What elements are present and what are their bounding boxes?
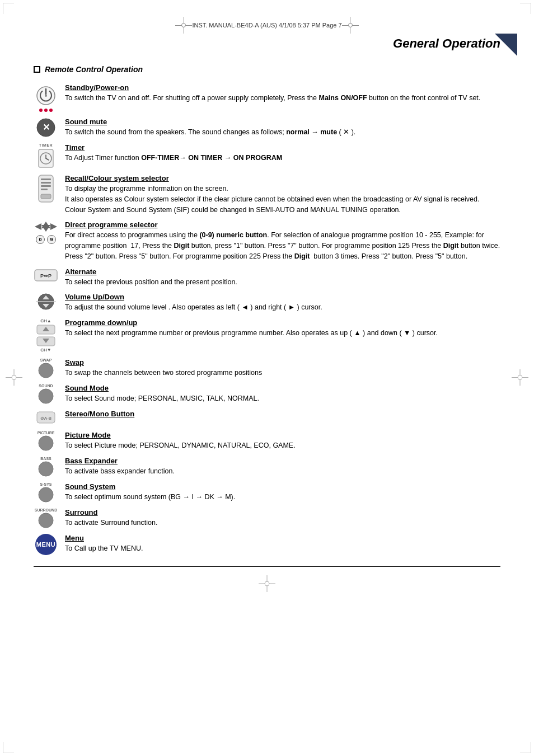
section-title-text: Remote Control Operation [45,65,143,74]
bass-text: Bass Expander To activate bass expander … [65,456,500,477]
svg-text:P⇔P: P⇔P [40,273,51,279]
print-info-text: INST. MANUAL-BE4D-A (AUS) 4/1/08 5:37 PM… [192,22,341,29]
digit-buttons: 0 9 [36,235,56,244]
stereo-mono-text: Stereo/Mono Button [65,408,500,419]
menu-icon: MENU [35,534,57,555]
sound-system-icon-wrap: S-SYS [34,481,58,503]
crosshair-left-icon [6,369,22,386]
list-item: SOUND Sound Mode To select Sound mode; P… [34,383,500,404]
timer-icon-wrap: TIMER [34,142,58,168]
header-crosshair-left [175,17,192,34]
direct-title: Direct programme selector [65,220,500,229]
surround-icon-wrap: SURROUND [34,507,58,528]
ch-up-label: CH▲ [40,318,51,323]
volume-text: Volume Up/Down To adjust the sound volum… [65,292,500,313]
volume-title: Volume Up/Down [65,293,500,301]
direct-desc: For direct access to programmes using th… [65,231,500,260]
picture-mode-text: Picture Mode To select Picture mode; PER… [65,430,500,451]
power-dots [39,109,53,112]
direct-text: Direct programme selector For direct acc… [65,219,500,261]
list-item: Standby/Power-on To switch the TV on and… [34,82,500,112]
timer-icon [36,148,55,168]
surround-title: Surround [65,508,500,516]
list-item: Volume Up/Down To adjust the sound volum… [34,292,500,313]
svg-point-38 [39,436,53,450]
swap-icon-wrap: SWAP [34,357,58,378]
crosshair-right-icon [512,369,528,386]
svg-text:✕: ✕ [43,123,50,132]
list-item: Recall/Colour system selector To display… [34,173,500,215]
volume-desc: To adjust the sound volume level . Also … [65,303,322,311]
svg-point-39 [39,462,53,476]
list-item: P⇔P Alternate To select the previous pos… [34,266,500,288]
sound-system-title: Sound System [65,482,500,491]
recall-icon [35,174,57,203]
programme-ch-text: Programme down/up To select the next pro… [65,317,500,339]
corner-bl [3,742,14,753]
timer-label: TIMER [39,143,53,147]
main-content: General Operation Remote Control Operati… [0,36,534,614]
sound-mode-icon [37,388,55,404]
ch-down-icon [36,336,56,347]
svg-point-41 [39,513,53,528]
list-item: MENU Menu To Call up the TV MENU. [34,533,500,555]
bottom-crosshair-wrap [34,575,500,592]
svg-point-2 [12,375,16,379]
swap-title: Swap [65,358,500,367]
list-item: ⊘A-B Stereo/Mono Button [34,408,500,425]
list-item: CH▲ CH▼ Programme down/up T [34,317,500,353]
power-icon [35,83,57,108]
list-item: S-SYS Sound System To select optimum sou… [34,481,500,503]
sound-mode-text: Sound Mode To select Sound mode; PERSONA… [65,383,500,404]
svg-marker-23 [50,223,57,230]
bottom-line [34,566,500,567]
standby-icon-wrap [34,82,58,112]
standby-text: Standby/Power-on To switch the TV on and… [65,82,500,104]
picture-mode-icon [37,435,55,451]
triangle-decoration [495,34,517,56]
picture-mode-title: Picture Mode [65,431,500,439]
bass-icon [37,461,55,477]
alternate-icon-wrap: P⇔P [34,266,58,283]
items-list: Standby/Power-on To switch the TV on and… [34,82,500,555]
alternate-icon: P⇔P [34,267,58,283]
menu-title: Menu [65,534,500,542]
stereo-mono-icon: ⊘A-B [36,410,56,425]
sound-mute-title: Sound mute [65,118,500,126]
digit-0: 0 [36,235,45,244]
alternate-desc: To select the previous position and the … [65,278,237,286]
svg-point-34 [39,363,53,378]
svg-point-40 [39,487,53,502]
standby-desc: To switch the TV on and off. For shuttin… [65,94,480,102]
swap-text: Swap To swap the channels between two st… [65,357,500,378]
recall-title: Recall/Colour system selector [65,174,500,182]
alternate-title: Alternate [65,267,500,276]
svg-point-44 [265,581,269,586]
bass-label: BASS [40,457,51,461]
list-item: 0 9 Direct programme selector For direct… [34,219,500,261]
recall-icon-wrap [34,173,58,203]
volume-icon [34,293,58,311]
list-item: BASS Bass Expander To activate bass expa… [34,456,500,477]
bass-title: Bass Expander [65,457,500,465]
list-item: ✕ Sound mute To switch the sound from th… [34,116,500,138]
menu-text: Menu To Call up the TV MENU. [65,533,500,554]
svg-point-5 [518,375,522,379]
direct-icon-wrap: 0 9 [34,219,58,244]
sound-mute-text: Sound mute To switch the sound from the … [65,116,500,138]
picture-label: PICTURE [38,431,55,435]
mute-icon: ✕ [35,118,57,138]
stereo-mono-icon-wrap: ⊘A-B [34,408,58,425]
menu-desc: To Call up the TV MENU. [65,544,143,552]
surround-icon [37,513,55,528]
picture-mode-icon-wrap: PICTURE [34,430,58,451]
print-header: INST. MANUAL-BE4D-A (AUS) 4/1/08 5:37 PM… [0,11,534,36]
list-item: TIMER Timer To Adjust Timer function OFF… [34,142,500,168]
surround-desc: To activate Surround function. [65,519,157,527]
corner-br [520,742,531,753]
sound-mode-desc: To select Sound mode; PERSONAL, MUSIC, T… [65,395,259,402]
digit-9: 9 [47,235,56,244]
page-title: General Operation [34,36,500,54]
sound-system-text: Sound System To select optimum sound sys… [65,481,500,503]
svg-marker-22 [35,223,41,230]
